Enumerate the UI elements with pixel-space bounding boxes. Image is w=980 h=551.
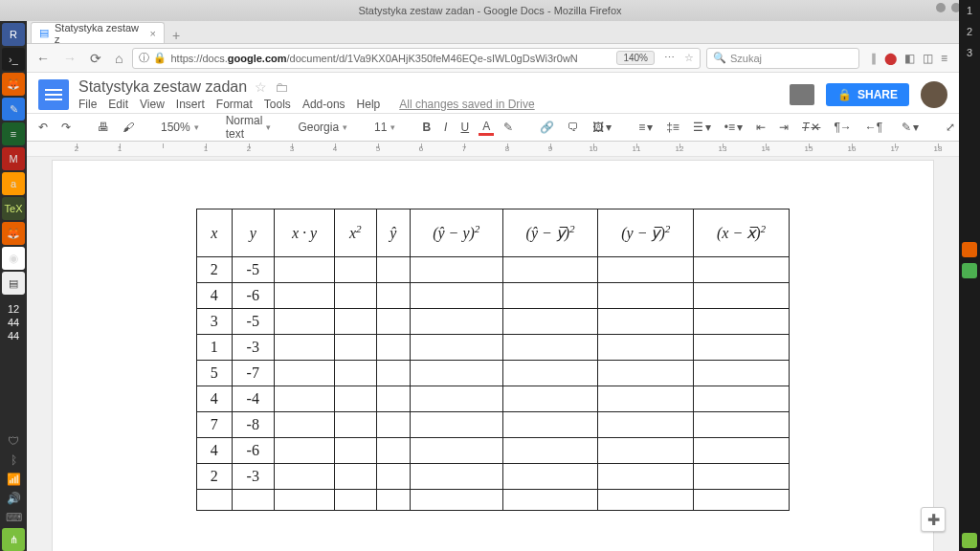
table-row[interactable]: 4-4 [197, 386, 790, 412]
table-cell[interactable] [598, 361, 694, 386]
bold-button[interactable]: B [418, 121, 434, 134]
table-cell[interactable] [376, 335, 410, 361]
table-cell[interactable] [502, 490, 598, 511]
table-cell[interactable] [335, 361, 376, 386]
pocket-icon[interactable]: ⬤ [884, 52, 897, 65]
table-cell[interactable] [197, 490, 233, 511]
table-cell[interactable] [410, 335, 502, 361]
table-cell[interactable] [694, 412, 790, 438]
table-cell[interactable] [598, 283, 694, 309]
tray-bluetooth-icon[interactable]: ᛒ [4, 452, 23, 469]
library-icon[interactable]: ∥ [871, 52, 877, 65]
minimize-button[interactable] [936, 3, 946, 12]
menu-help[interactable]: Help [357, 98, 381, 111]
share-button[interactable]: 🔒 SHARE [826, 83, 909, 106]
table-cell[interactable]: -6 [232, 283, 274, 309]
table-row[interactable] [197, 490, 790, 511]
table-cell[interactable] [598, 490, 694, 511]
table-cell[interactable] [376, 412, 410, 438]
table-cell[interactable] [694, 257, 790, 283]
table-cell[interactable] [274, 412, 334, 438]
bulleted-list-button[interactable]: •≡▾ [721, 121, 746, 134]
table-cell[interactable] [335, 490, 376, 511]
dock-icon-chrome[interactable]: ◉ [2, 247, 25, 270]
ltr-button[interactable]: ¶→ [830, 121, 855, 134]
table-row[interactable]: 4-6 [197, 283, 790, 309]
comments-button[interactable] [790, 84, 814, 105]
table-cell[interactable] [274, 464, 334, 490]
numbered-list-button[interactable]: ☰▾ [689, 121, 715, 134]
table-cell[interactable] [376, 283, 410, 309]
table-cell[interactable] [694, 464, 790, 490]
table-row[interactable]: 5-7 [197, 361, 790, 386]
dock-icon-editor[interactable]: ✎ [2, 98, 25, 121]
zoom-dropdown[interactable]: 150%▾ [157, 121, 203, 134]
table-cell[interactable] [410, 386, 502, 412]
table-cell[interactable] [694, 309, 790, 335]
window-icon[interactable]: ◫ [923, 52, 933, 65]
table-cell[interactable]: -5 [232, 309, 274, 335]
clear-format-button[interactable]: T✕ [798, 121, 824, 134]
dock-icon-mendeley[interactable]: M [2, 147, 25, 170]
add-comment-button[interactable]: ✚ [921, 507, 946, 532]
table-cell[interactable] [335, 283, 376, 309]
table-cell[interactable]: -3 [232, 464, 274, 490]
table-row[interactable]: 3-5 [197, 309, 790, 335]
table-cell[interactable]: 4 [197, 386, 233, 412]
table-cell[interactable] [410, 464, 502, 490]
data-table[interactable]: xyx · yx2ŷ(ŷ − y)2(ŷ − y̅)2(y − y̅)2(x −… [196, 209, 790, 511]
tab-active[interactable]: ▤ Statystyka zestaw z × [31, 22, 165, 43]
table-cell[interactable] [502, 283, 598, 309]
text-color-button[interactable]: A [479, 120, 494, 136]
table-cell[interactable] [410, 283, 502, 309]
table-cell[interactable] [376, 309, 410, 335]
table-cell[interactable]: 1 [197, 335, 233, 361]
table-cell[interactable] [502, 309, 598, 335]
table-cell[interactable] [335, 257, 376, 283]
table-cell[interactable]: 5 [197, 361, 233, 386]
menu-icon[interactable]: ≡ [941, 52, 947, 65]
table-row[interactable]: 2-5 [197, 257, 790, 283]
table-cell[interactable] [502, 464, 598, 490]
table-cell[interactable]: 4 [197, 438, 233, 464]
table-cell[interactable] [274, 309, 334, 335]
table-cell[interactable] [410, 438, 502, 464]
back-button[interactable]: ← [33, 51, 54, 66]
dock-icon-tex[interactable]: TeX [2, 197, 25, 220]
table-cell[interactable] [410, 490, 502, 511]
dock-icon-thunderbird[interactable]: 🦊 [2, 222, 25, 245]
table-cell[interactable] [410, 361, 502, 386]
align-button[interactable]: ≡▾ [635, 121, 657, 134]
table-cell[interactable] [335, 335, 376, 361]
table-cell[interactable] [410, 257, 502, 283]
table-cell[interactable] [410, 412, 502, 438]
workspace-2[interactable]: 2 [959, 21, 980, 42]
menu-file[interactable]: File [78, 98, 97, 111]
dock-icon-r[interactable]: R [2, 23, 25, 46]
document-page[interactable]: xyx · yx2ŷ(ŷ − y)2(ŷ − y̅)2(y − y̅)2(x −… [53, 161, 933, 551]
table-cell[interactable] [598, 464, 694, 490]
saved-status[interactable]: All changes saved in Drive [399, 98, 534, 111]
table-cell[interactable] [376, 386, 410, 412]
italic-button[interactable]: I [440, 121, 451, 134]
table-row[interactable]: 2-3 [197, 464, 790, 490]
table-cell[interactable]: 3 [197, 309, 233, 335]
tray-network-icon[interactable]: 📶 [4, 471, 23, 488]
doc-title[interactable]: Statystyka zestaw zadan [78, 78, 247, 96]
table-cell[interactable]: 4 [197, 283, 233, 309]
table-cell[interactable]: 7 [197, 412, 233, 438]
table-cell[interactable] [335, 386, 376, 412]
indent-more-button[interactable]: ⇥ [775, 121, 792, 134]
comment-button[interactable]: 🗨 [564, 121, 583, 134]
tray-keyboard-icon[interactable]: ⌨ [4, 509, 23, 526]
table-cell[interactable]: -4 [232, 386, 274, 412]
table-cell[interactable] [694, 438, 790, 464]
right-indicator-1[interactable] [962, 242, 977, 257]
table-cell[interactable] [335, 309, 376, 335]
table-cell[interactable]: -8 [232, 412, 274, 438]
table-cell[interactable]: -3 [232, 335, 274, 361]
undo-button[interactable]: ↶ [34, 121, 52, 134]
table-cell[interactable] [274, 438, 334, 464]
new-tab-button[interactable]: + [165, 28, 188, 43]
url-input[interactable]: ⓘ 🔒 https://docs.google.com/document/d/1… [132, 48, 701, 69]
